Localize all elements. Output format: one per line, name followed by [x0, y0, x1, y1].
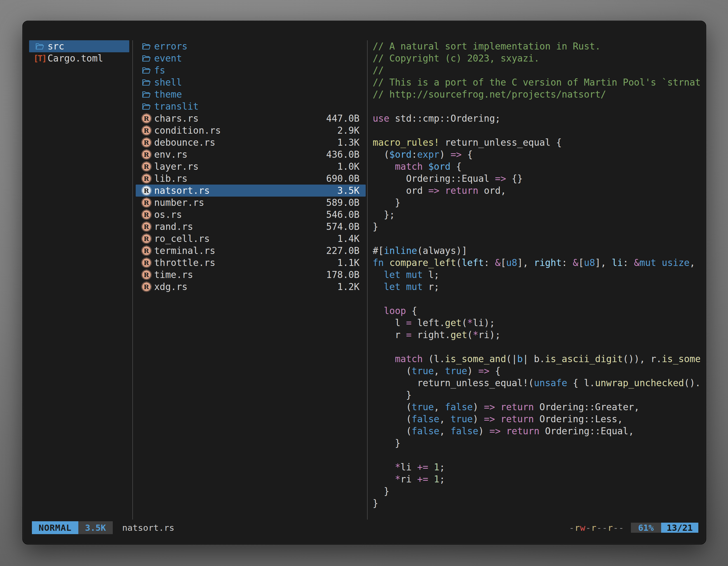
file-row-env.rs[interactable]: Renv.rs436.0B	[136, 149, 366, 161]
file-row-Cargo.toml[interactable]: [T]Cargo.toml	[29, 52, 129, 64]
code-line	[373, 293, 700, 305]
entry-size: 1.0K	[337, 161, 366, 173]
rust-file-icon: R	[141, 233, 152, 245]
file-row-lib.rs[interactable]: Rlib.rs690.0B	[136, 173, 366, 185]
entry-name: src	[48, 40, 64, 52]
entry-name: terminal.rs	[154, 245, 215, 257]
entry-name: throttle.rs	[154, 257, 215, 269]
file-row-xdg.rs[interactable]: Rxdg.rs1.2K	[136, 281, 366, 293]
folder-open-icon	[141, 41, 152, 52]
rust-file-icon: R	[141, 137, 152, 148]
code-line: fn compare_left(left: &[u8], right: &[u8…	[373, 257, 700, 269]
rust-file-icon: R	[141, 257, 152, 269]
code-line: use std::cmp::Ordering;	[373, 112, 700, 125]
code-line: loop {	[373, 305, 700, 317]
entry-name: os.rs	[154, 209, 182, 221]
code-line: }	[373, 497, 700, 509]
entry-size: 436.0B	[326, 149, 366, 161]
file-row-os.rs[interactable]: Ros.rs546.0B	[136, 209, 366, 221]
code-line	[373, 100, 700, 112]
code-line: *ri += 1;	[373, 473, 700, 485]
scroll-percent-badge: 61%	[631, 523, 661, 533]
entry-name: theme	[154, 88, 182, 100]
rust-file-icon: R	[141, 281, 152, 292]
rust-file-icon: R	[141, 125, 152, 136]
file-row-natsort.rs[interactable]: Rnatsort.rs3.5K	[136, 185, 366, 197]
entry-name: chars.rs	[154, 112, 199, 125]
code-line: ord => return ord,	[373, 185, 700, 197]
code-line: }	[373, 389, 700, 401]
rust-file-icon: R	[141, 209, 152, 220]
code-line: let mut r;	[373, 281, 700, 293]
entry-name: natsort.rs	[154, 185, 210, 197]
entry-size: 1.4K	[337, 233, 366, 245]
dir-row-fs[interactable]: fs	[136, 64, 366, 76]
dir-row-theme[interactable]: theme	[136, 88, 366, 100]
rust-file-icon: R	[141, 269, 152, 281]
cursor-position-badge: 13/21	[661, 523, 698, 533]
file-row-condition.rs[interactable]: Rcondition.rs2.9K	[136, 125, 366, 137]
dir-row-errors[interactable]: errors	[136, 40, 366, 52]
file-row-number.rs[interactable]: Rnumber.rs589.0B	[136, 197, 366, 209]
code-line: }	[373, 437, 700, 449]
entry-name: rand.rs	[154, 221, 193, 233]
code-line	[373, 233, 700, 245]
rust-file-icon: R	[141, 197, 152, 208]
dir-row-event[interactable]: event	[136, 52, 366, 64]
yazi-window: src[T]Cargo.toml errorseventfsshelltheme…	[22, 21, 706, 544]
file-row-throttle.rs[interactable]: Rthrottle.rs1.1K	[136, 257, 366, 269]
entry-name: env.rs	[154, 149, 187, 161]
entry-name: Cargo.toml	[48, 52, 103, 64]
entry-name: event	[154, 52, 182, 64]
file-row-rand.rs[interactable]: Rrand.rs574.0B	[136, 221, 366, 233]
entry-size: 690.0B	[326, 173, 366, 185]
file-row-ro_cell.rs[interactable]: Rro_cell.rs1.4K	[136, 233, 366, 245]
code-line: }	[373, 197, 700, 209]
file-row-chars.rs[interactable]: Rchars.rs447.0B	[136, 112, 366, 125]
entry-size: 546.0B	[326, 209, 366, 221]
entry-name: layer.rs	[154, 161, 199, 173]
entry-name: condition.rs	[154, 125, 221, 137]
status-filename: natsort.rs	[122, 523, 175, 533]
current-directory-pane: errorseventfsshellthemetranslitRchars.rs…	[136, 40, 366, 293]
code-line	[373, 449, 700, 461]
entry-name: number.rs	[154, 197, 204, 209]
entry-size: 447.0B	[326, 112, 366, 125]
dir-row-shell[interactable]: shell	[136, 76, 366, 88]
file-row-debounce.rs[interactable]: Rdebounce.rs1.3K	[136, 137, 366, 149]
entry-size: 589.0B	[326, 197, 366, 209]
file-row-terminal.rs[interactable]: Rterminal.rs227.0B	[136, 245, 366, 257]
code-line: match $ord {	[373, 161, 700, 173]
code-line: // A natural sort implementation in Rust…	[373, 40, 700, 52]
code-line: // This is a port of the C version of Ma…	[373, 76, 700, 88]
code-line: ($ord:expr) => {	[373, 149, 700, 161]
rust-file-icon: R	[141, 221, 152, 233]
entry-size: 574.0B	[326, 221, 366, 233]
file-row-layer.rs[interactable]: Rlayer.rs1.0K	[136, 161, 366, 173]
code-line: #[inline(always)]	[373, 245, 700, 257]
folder-open-icon	[141, 89, 152, 100]
dir-row-translit[interactable]: translit	[136, 100, 366, 112]
code-line: r = right.get(*ri);	[373, 329, 700, 341]
code-line: };	[373, 209, 700, 221]
code-line	[373, 125, 700, 137]
dir-row-src[interactable]: src	[29, 40, 129, 52]
entry-size: 178.0B	[326, 269, 366, 281]
entry-size: 1.1K	[337, 257, 366, 269]
folder-open-icon	[141, 101, 152, 112]
entry-name: ro_cell.rs	[154, 233, 210, 245]
status-bar: NORMAL 3.5K natsort.rs -rw-r--r-- 61% 13…	[32, 521, 698, 534]
code-line: let mut l;	[373, 269, 700, 281]
entry-size: 1.2K	[337, 281, 366, 293]
code-line: l = left.get(*li);	[373, 317, 700, 329]
entry-name: shell	[154, 76, 182, 88]
code-line: }	[373, 485, 700, 497]
code-line: //	[373, 64, 700, 76]
entry-size: 1.3K	[337, 137, 366, 149]
rust-file-icon: R	[141, 173, 152, 184]
code-line: (false, false) => return Ordering::Equal…	[373, 425, 700, 437]
code-line: (true, false) => return Ordering::Greate…	[373, 401, 700, 413]
file-row-time.rs[interactable]: Rtime.rs178.0B	[136, 269, 366, 281]
code-line: (false, true) => return Ordering::Less,	[373, 413, 700, 425]
entry-name: errors	[154, 40, 187, 52]
